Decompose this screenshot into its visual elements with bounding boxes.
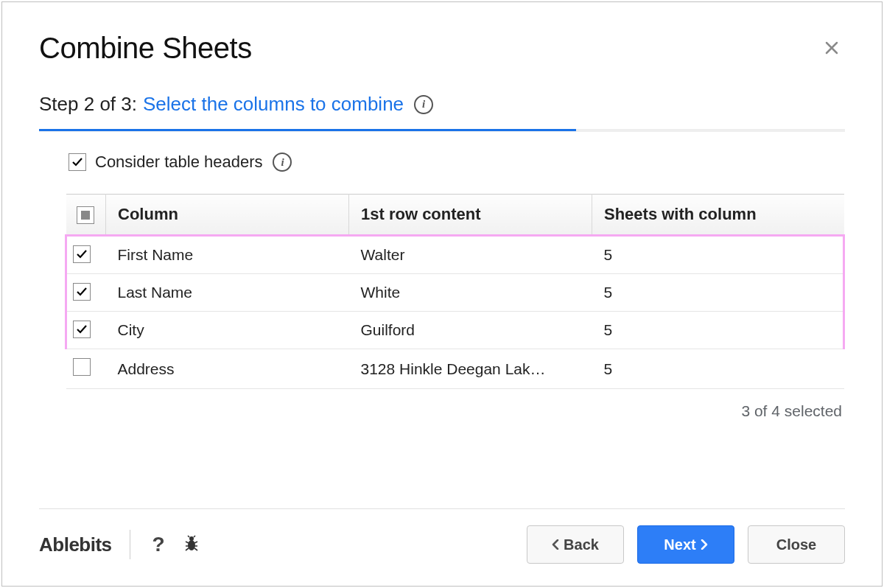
options-row: Consider table headers i (69, 153, 845, 172)
table-row[interactable]: First Name Walter 5 (66, 236, 844, 274)
dialog-frame: Combine Sheets Step 2 of 3: Select the c… (1, 1, 883, 587)
progress-seg-1 (39, 129, 308, 131)
step-action: Select the columns to combine (143, 93, 404, 116)
svg-point-1 (188, 540, 195, 550)
header-row: Combine Sheets (39, 32, 845, 65)
cell-firstrow: Guilford (349, 312, 592, 349)
cell-column: Address (106, 349, 349, 389)
table-row[interactable]: Address 3128 Hinkle Deegan Lak… 5 (66, 349, 844, 389)
cell-column: Last Name (106, 274, 349, 312)
footer: Ablebits ? Back Next Close (39, 508, 845, 564)
table-header-row: Column 1st row content Sheets with colum… (66, 195, 844, 236)
bug-icon[interactable] (183, 534, 200, 555)
row-checkbox[interactable] (73, 358, 91, 376)
info-icon[interactable]: i (414, 95, 433, 114)
header-select-all[interactable] (66, 195, 106, 236)
progress-bar (39, 129, 845, 132)
next-label: Next (664, 536, 695, 553)
cell-sheets: 5 (592, 312, 844, 349)
header-sheets[interactable]: Sheets with column (592, 195, 844, 236)
table-row[interactable]: City Guilford 5 (66, 312, 844, 349)
header-first-row[interactable]: 1st row content (349, 195, 592, 236)
footer-buttons: Back Next Close (527, 525, 845, 564)
cell-firstrow: Walter (349, 236, 592, 274)
back-button[interactable]: Back (527, 525, 624, 564)
help-icon[interactable]: ? (148, 533, 169, 556)
step-row: Step 2 of 3: Select the columns to combi… (39, 93, 845, 116)
close-button[interactable]: Close (748, 525, 845, 564)
selection-status: 3 of 4 selected (65, 402, 842, 420)
chevron-left-icon (552, 539, 559, 550)
info-icon[interactable]: i (273, 153, 292, 172)
chevron-right-icon (701, 539, 708, 550)
separator (130, 530, 130, 559)
cell-sheets: 5 (592, 236, 844, 274)
columns-table: Column 1st row content Sheets with colum… (65, 194, 845, 389)
cell-sheets: 5 (592, 274, 844, 312)
cell-column: First Name (106, 236, 349, 274)
cell-firstrow: White (349, 274, 592, 312)
close-icon[interactable] (818, 34, 845, 63)
row-checkbox[interactable] (73, 283, 91, 301)
brand-label: Ablebits (39, 533, 112, 556)
close-label: Close (776, 536, 816, 553)
step-prefix: Step 2 of 3: (39, 93, 137, 116)
table-row[interactable]: Last Name White 5 (66, 274, 844, 312)
next-button[interactable]: Next (637, 525, 734, 564)
cell-sheets: 5 (592, 349, 844, 389)
consider-headers-checkbox[interactable] (69, 153, 86, 171)
back-label: Back (564, 536, 599, 553)
page-title: Combine Sheets (39, 32, 252, 65)
cell-column: City (106, 312, 349, 349)
row-checkbox[interactable] (73, 321, 91, 338)
progress-seg-3 (576, 129, 845, 131)
progress-seg-2 (308, 129, 577, 131)
columns-table-wrap: Column 1st row content Sheets with colum… (65, 194, 845, 389)
header-column[interactable]: Column (106, 195, 349, 236)
consider-headers-label: Consider table headers (95, 153, 262, 172)
cell-firstrow: 3128 Hinkle Deegan Lak… (349, 349, 592, 389)
row-checkbox[interactable] (73, 245, 91, 263)
